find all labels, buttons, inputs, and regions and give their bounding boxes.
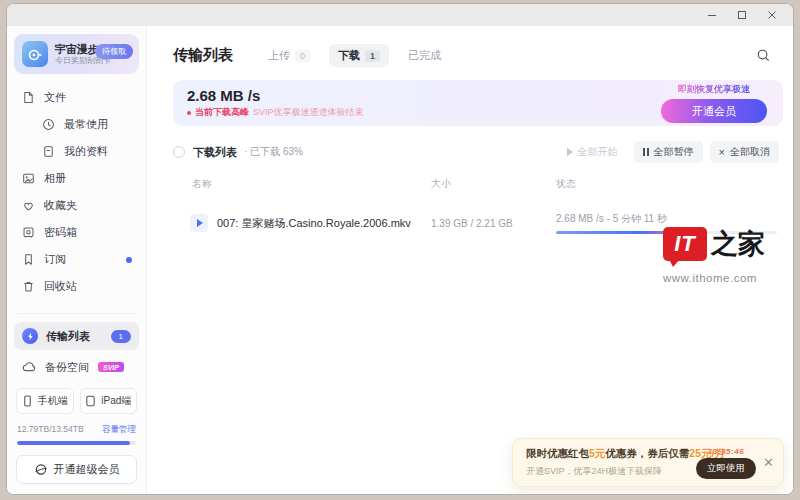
- search-icon: [756, 48, 771, 63]
- svip-badge: SVIP: [98, 362, 124, 372]
- open-vip-button[interactable]: 开通会员: [661, 99, 767, 123]
- page-title: 传输列表: [173, 46, 233, 65]
- sidebar-item-label: 文件: [44, 90, 66, 105]
- download-speed: 2.68 MB /s: [187, 87, 364, 104]
- notification-dot: [126, 257, 132, 263]
- phone-icon: [22, 395, 33, 407]
- sidebar-item-favorites[interactable]: 收藏夹: [7, 192, 146, 219]
- tabs: 上传 0 下载 1 已完成: [259, 44, 450, 67]
- upgrade-vip-button[interactable]: 开通超级会员: [16, 455, 137, 484]
- device-label: 手机端: [38, 394, 68, 408]
- start-all-button[interactable]: 全部开始: [558, 141, 627, 163]
- sidebar-item-label: 最常使用: [64, 117, 108, 132]
- maximize-icon: [737, 10, 747, 20]
- action-label: 全部取消: [730, 145, 770, 159]
- toast-close-icon[interactable]: ✕: [763, 457, 774, 469]
- device-label: iPad端: [101, 394, 131, 408]
- file-size: 1.39 GB / 2.21 GB: [431, 218, 556, 229]
- photo-icon: [21, 172, 35, 186]
- tablet-icon: [85, 395, 96, 407]
- sidebar: 宇宙漫步 今日奖励刮刮卡 待领取 文件 最常使用: [7, 26, 147, 494]
- resume-button[interactable]: [190, 214, 208, 232]
- sidebar-item-password-box[interactable]: 密码箱: [7, 219, 146, 246]
- watermark-url: www.ithome.com: [663, 272, 779, 284]
- tab-label: 上传: [268, 48, 290, 63]
- storage-manage-link[interactable]: 容量管理: [102, 424, 136, 436]
- bookmark-icon: [21, 253, 35, 267]
- storage-section: 12.79TB/13.54TB 容量管理: [17, 424, 136, 445]
- table-header: 名称 大小 状态: [173, 177, 783, 191]
- tab-download[interactable]: 下载 1: [329, 44, 389, 67]
- storage-usage: 12.79TB/13.54TB: [17, 424, 84, 434]
- sidebar-item-transfer-list[interactable]: 传输列表 1: [14, 322, 139, 350]
- clock-icon: [41, 118, 55, 132]
- alert-dot-icon: [187, 111, 191, 115]
- sidebar-item-albums[interactable]: 相册: [7, 165, 146, 192]
- upgrade-label: 开通超级会员: [54, 462, 120, 477]
- tab-label: 已完成: [408, 48, 441, 63]
- close-button[interactable]: [759, 6, 785, 24]
- list-controls: 下载列表 · 已下载 63% 全部开始 全部暂停 × 全部取消: [173, 141, 783, 163]
- countdown-timer: 13:35:46: [708, 447, 744, 456]
- tab-label: 下载: [338, 48, 360, 63]
- cancel-icon: ×: [719, 148, 725, 156]
- transfer-count-badge: 1: [111, 330, 131, 343]
- column-size: 大小: [431, 177, 556, 191]
- ithome-logo: IT: [663, 227, 707, 261]
- promo-text: 即刻恢复优享极速: [678, 83, 750, 96]
- sidebar-item-files[interactable]: 文件: [7, 84, 146, 111]
- phone-app-button[interactable]: 手机端: [16, 388, 74, 414]
- tab-completed[interactable]: 已完成: [399, 44, 450, 67]
- claim-badge[interactable]: 待领取: [95, 44, 133, 59]
- ithome-watermark: IT 之家 www.ithome.com: [663, 226, 779, 284]
- file-name: 007: 皇家赌场.Casino.Royale.2006.mkv: [217, 216, 411, 231]
- sidebar-item-recent[interactable]: 最常使用: [7, 111, 146, 138]
- logo-text: IT: [674, 231, 696, 257]
- toast-text-segment: 限时优惠红包: [526, 447, 589, 459]
- search-button[interactable]: [756, 48, 771, 63]
- play-icon: [567, 148, 573, 156]
- sidebar-item-subscriptions[interactable]: 订阅: [7, 246, 146, 273]
- lightning-icon: [22, 328, 38, 344]
- sidebar-item-recycle-bin[interactable]: 回收站: [7, 273, 146, 300]
- sidebar-item-my-docs[interactable]: 我的资料: [7, 138, 146, 165]
- play-icon: [197, 219, 203, 227]
- toast-subline: 开通SVIP，优享24H极速下载保障: [526, 465, 692, 478]
- select-all-checkbox[interactable]: [173, 146, 185, 158]
- sidebar-item-backup-space[interactable]: 备份空间 SVIP: [14, 354, 139, 380]
- logo-suffix: 之家: [711, 226, 765, 262]
- sidebar-item-label: 密码箱: [44, 225, 77, 240]
- sidebar-item-label: 订阅: [44, 252, 66, 267]
- use-now-button[interactable]: 立即使用: [696, 458, 756, 479]
- vip-icon: [34, 463, 48, 476]
- pause-all-button[interactable]: 全部暂停: [634, 141, 703, 163]
- trash-icon: [21, 280, 35, 294]
- sidebar-item-label: 传输列表: [46, 329, 90, 344]
- ipad-app-button[interactable]: iPad端: [80, 388, 138, 414]
- action-label: 全部开始: [578, 145, 618, 159]
- app-window: 宇宙漫步 今日奖励刮刮卡 待领取 文件 最常使用: [6, 3, 794, 495]
- sidebar-item-label: 备份空间: [45, 360, 89, 375]
- tab-upload[interactable]: 上传 0: [259, 44, 319, 67]
- column-name: 名称: [173, 177, 431, 191]
- list-progress-text: · 已下载 63%: [244, 145, 303, 159]
- storage-progress-track: [17, 441, 136, 445]
- profile-card[interactable]: 宇宙漫步 今日奖励刮刮卡 待领取: [14, 34, 139, 74]
- tab-count: 1: [365, 50, 380, 62]
- list-title: 下载列表: [193, 145, 237, 160]
- toast-headline: 限时优惠红包5元优惠券，券后仅需25元/月: [526, 447, 692, 461]
- download-progress-fill: [556, 231, 680, 234]
- sidebar-item-label: 收藏夹: [44, 198, 77, 213]
- minimize-button[interactable]: [699, 6, 725, 24]
- notebook-icon: [41, 145, 55, 159]
- sidebar-divider: [17, 313, 136, 314]
- action-label: 全部暂停: [654, 145, 694, 159]
- maximize-button[interactable]: [729, 6, 755, 24]
- column-status: 状态: [556, 177, 783, 191]
- pause-icon: [643, 148, 649, 156]
- sidebar-item-label: 回收站: [44, 279, 77, 294]
- safe-icon: [21, 226, 35, 240]
- minimize-icon: [707, 10, 717, 20]
- cancel-all-button[interactable]: × 全部取消: [710, 141, 779, 163]
- titlebar: [7, 4, 793, 26]
